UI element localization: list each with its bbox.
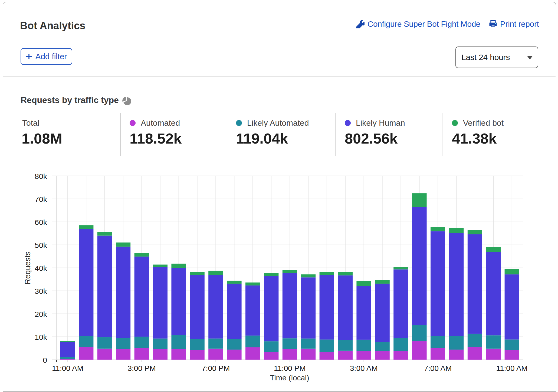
svg-text:0: 0	[43, 356, 47, 364]
svg-text:Time (local): Time (local)	[270, 374, 309, 382]
svg-text:3:00 PM: 3:00 PM	[127, 364, 156, 373]
svg-text:50k: 50k	[35, 241, 47, 250]
svg-text:60k: 60k	[35, 218, 47, 227]
svg-text:7:00 PM: 7:00 PM	[202, 364, 230, 373]
svg-text:11:00 PM: 11:00 PM	[274, 364, 306, 373]
svg-text:10k: 10k	[35, 333, 47, 341]
svg-text:3:00 AM: 3:00 AM	[350, 364, 378, 373]
svg-text:30k: 30k	[35, 287, 47, 295]
svg-text:11:00 AM: 11:00 AM	[52, 364, 83, 373]
svg-text:7:00 AM: 7:00 AM	[424, 364, 452, 373]
svg-text:70k: 70k	[35, 195, 47, 204]
svg-text:11:00 AM: 11:00 AM	[496, 364, 527, 373]
svg-text:80k: 80k	[35, 172, 47, 181]
svg-text:40k: 40k	[35, 264, 47, 273]
svg-text:20k: 20k	[35, 310, 47, 318]
svg-text:Requests: Requests	[23, 251, 32, 285]
